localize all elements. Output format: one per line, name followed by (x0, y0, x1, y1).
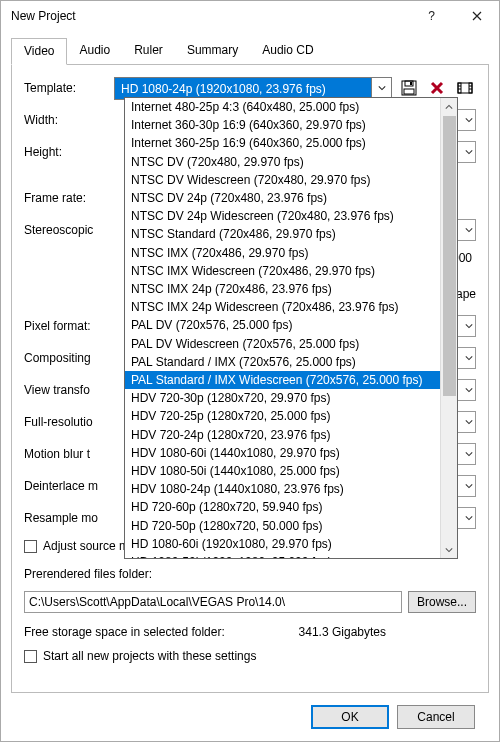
template-option[interactable]: HDV 720-25p (1280x720, 25.000 fps) (125, 407, 440, 425)
freespace-value: 341.3 Gigabytes (299, 625, 386, 639)
chevron-down-icon (465, 415, 473, 429)
save-template-button[interactable] (398, 77, 420, 99)
template-dropdown-list: Internet 480-25p 4:3 (640x480, 25.000 fp… (124, 97, 458, 559)
startall-checkbox[interactable] (24, 650, 37, 663)
template-option[interactable]: HDV 1080-60i (1440x1080, 29.970 fps) (125, 444, 440, 462)
chevron-down-icon (465, 223, 473, 237)
resample-label: Resample mo (24, 511, 114, 525)
template-option[interactable]: NTSC IMX 24p (720x486, 23.976 fps) (125, 280, 440, 298)
chevron-up-icon (445, 103, 453, 111)
close-button[interactable] (454, 1, 499, 31)
tab-video[interactable]: Video (11, 38, 67, 65)
chevron-down-icon (378, 84, 386, 92)
svg-rect-6 (469, 83, 472, 93)
help-icon: ? (428, 9, 435, 23)
delete-template-button[interactable] (426, 77, 448, 99)
template-option[interactable]: NTSC Standard (720x486, 29.970 fps) (125, 225, 440, 243)
viewtransform-label: View transfo (24, 383, 114, 397)
dropdown-scrollbar[interactable] (440, 98, 457, 558)
chevron-down-icon (465, 145, 473, 159)
height-label: Height: (24, 145, 114, 159)
scroll-down-button[interactable] (441, 541, 457, 558)
template-option[interactable]: PAL Standard / IMX (720x576, 25.000 fps) (125, 353, 440, 371)
fullres-label: Full-resolutio (24, 415, 114, 429)
template-option[interactable]: Internet 360-30p 16:9 (640x360, 29.970 f… (125, 116, 440, 134)
pixelformat-label: Pixel format: (24, 319, 114, 333)
adjust-media-checkbox[interactable] (24, 540, 37, 553)
template-option[interactable]: NTSC IMX Widescreen (720x486, 29.970 fps… (125, 262, 440, 280)
template-option[interactable]: PAL DV Widescreen (720x576, 25.000 fps) (125, 335, 440, 353)
chevron-down-icon (465, 479, 473, 493)
template-option[interactable]: HDV 720-24p (1280x720, 23.976 fps) (125, 426, 440, 444)
template-option[interactable]: NTSC DV 24p (720x480, 23.976 fps) (125, 189, 440, 207)
prerendered-path-input[interactable] (24, 591, 402, 613)
compositing-label: Compositing (24, 351, 114, 365)
template-option[interactable]: HDV 1080-24p (1440x1080, 23.976 fps) (125, 480, 440, 498)
titlebar: New Project ? (1, 1, 499, 31)
chevron-down-icon (465, 447, 473, 461)
cancel-button[interactable]: Cancel (397, 705, 475, 729)
video-panel: Template: HD 1080-24p (1920x1080, 23.976… (11, 65, 489, 693)
new-project-dialog: New Project ? Video Audio Ruler Summary … (0, 0, 500, 742)
width-label: Width: (24, 113, 114, 127)
template-option[interactable]: HD 1080-60i (1920x1080, 29.970 fps) (125, 535, 440, 553)
template-option[interactable]: HDV 720-30p (1280x720, 29.970 fps) (125, 389, 440, 407)
template-option[interactable]: Internet 360-25p 16:9 (640x360, 25.000 f… (125, 134, 440, 152)
chevron-down-icon (445, 546, 453, 554)
template-option[interactable]: HD 1080-50i (1920x1080, 25.000 fps) (125, 553, 440, 558)
deinterlace-label: Deinterlace m (24, 479, 114, 493)
svg-rect-3 (404, 89, 414, 94)
tab-audiocd[interactable]: Audio CD (250, 38, 325, 65)
prerendered-label: Prerendered files folder: (24, 567, 152, 581)
chevron-down-icon (465, 351, 473, 365)
freespace-label: Free storage space in selected folder: (24, 625, 225, 639)
template-option[interactable]: HD 720-50p (1280x720, 50.000 fps) (125, 517, 440, 535)
template-selected-value: HD 1080-24p (1920x1080, 23.976 fps) (115, 78, 371, 99)
tab-bar: Video Audio Ruler Summary Audio CD (11, 37, 489, 65)
stereoscopic-label: Stereoscopic (24, 223, 114, 237)
window-title: New Project (11, 9, 409, 23)
template-option[interactable]: NTSC DV (720x480, 29.970 fps) (125, 153, 440, 171)
tab-summary[interactable]: Summary (175, 38, 250, 65)
filmstrip-icon (457, 80, 473, 96)
svg-rect-2 (410, 82, 412, 85)
help-button[interactable]: ? (409, 1, 454, 31)
template-label: Template: (24, 81, 114, 95)
dialog-footer: OK Cancel (11, 693, 489, 741)
template-option[interactable]: NTSC DV 24p Widescreen (720x480, 23.976 … (125, 207, 440, 225)
tab-audio[interactable]: Audio (67, 38, 122, 65)
svg-rect-4 (458, 83, 472, 93)
tab-ruler[interactable]: Ruler (122, 38, 175, 65)
close-icon (472, 11, 482, 21)
template-option[interactable]: HDV 1080-50i (1440x1080, 25.000 fps) (125, 462, 440, 480)
motionblur-label: Motion blur t (24, 447, 114, 461)
match-media-button[interactable] (454, 77, 476, 99)
template-option[interactable]: PAL Standard / IMX Widescreen (720x576, … (125, 371, 440, 389)
scrollbar-thumb[interactable] (443, 116, 456, 396)
template-combo-arrow[interactable] (371, 78, 391, 99)
browse-button[interactable]: Browse... (408, 591, 476, 613)
template-option[interactable]: NTSC DV Widescreen (720x480, 29.970 fps) (125, 171, 440, 189)
template-option[interactable]: NTSC IMX (720x486, 29.970 fps) (125, 244, 440, 262)
svg-rect-5 (458, 83, 461, 93)
chevron-down-icon (465, 511, 473, 525)
template-option[interactable]: Internet 480-25p 4:3 (640x480, 25.000 fp… (125, 98, 440, 116)
chevron-down-icon (465, 319, 473, 333)
delete-x-icon (430, 81, 444, 95)
template-option[interactable]: NTSC IMX 24p Widescreen (720x486, 23.976… (125, 298, 440, 316)
template-option[interactable]: PAL DV (720x576, 25.000 fps) (125, 316, 440, 334)
chevron-down-icon (465, 113, 473, 127)
chevron-down-icon (465, 383, 473, 397)
startall-label: Start all new projects with these settin… (43, 649, 256, 663)
template-option[interactable]: HD 720-60p (1280x720, 59.940 fps) (125, 498, 440, 516)
ok-button[interactable]: OK (311, 705, 389, 729)
framerate-label: Frame rate: (24, 191, 114, 205)
scroll-up-button[interactable] (441, 98, 457, 115)
floppy-icon (401, 80, 417, 96)
